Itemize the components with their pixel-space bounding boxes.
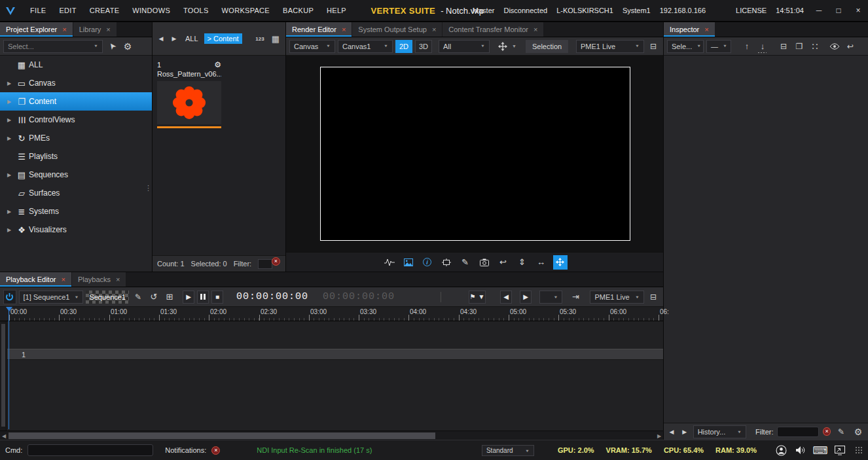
fullscreen-display-icon[interactable] (833, 444, 847, 457)
prev-cue-button[interactable]: ◀ (500, 291, 512, 304)
edit-pen-icon[interactable]: ✎ (835, 425, 848, 438)
playback-power-button[interactable] (3, 290, 16, 304)
reset-view-icon[interactable]: ↩ (496, 255, 511, 270)
tab-render-editor[interactable]: Render Editor × (286, 22, 352, 37)
menu-create[interactable]: CREATE (83, 7, 126, 14)
tree-item-controlviews[interactable]: ▶ ☰ ControlViews (0, 111, 152, 129)
history-dropdown[interactable]: History... ▼ (693, 425, 746, 438)
clear-inspector-filter-icon[interactable]: × (823, 427, 831, 436)
menu-edit[interactable]: EDIT (52, 7, 82, 14)
menu-backup[interactable]: BACKUP (276, 7, 320, 14)
close-icon[interactable]: × (342, 26, 346, 33)
tree-item-surfaces[interactable]: ▱ Surfaces (0, 184, 152, 202)
pan-view-icon[interactable] (553, 255, 568, 270)
scroll-left-icon[interactable]: ◀ (0, 431, 8, 440)
content-item[interactable]: 1 ⚙ Ross_Pattern_v06... (157, 60, 221, 128)
track-row[interactable]: 1 (7, 349, 663, 360)
history-forward-button[interactable]: ▶ (680, 429, 689, 435)
goto-time-icon[interactable]: ⇥ (569, 291, 582, 304)
tree-item-visualizers[interactable]: ▶ ❖ Visualizers (0, 221, 152, 239)
chevron-right-icon[interactable]: ▶ (4, 209, 14, 215)
stop-button[interactable]: ■ (211, 291, 223, 304)
chevron-down-icon[interactable]: ▼ (512, 44, 516, 48)
reset-time-icon[interactable]: ↺ (147, 291, 160, 304)
close-icon[interactable]: × (62, 26, 66, 33)
rename-sequence-icon[interactable]: ✎ (132, 291, 145, 304)
license-button[interactable]: LICENSE (736, 7, 767, 14)
fit-vertical-icon[interactable]: ⇕ (515, 255, 530, 270)
close-icon[interactable]: × (704, 26, 708, 33)
cue-mode-dropdown[interactable]: ▼ (539, 291, 562, 304)
resize-grip[interactable] (855, 446, 863, 454)
menu-help[interactable]: HELP (320, 7, 353, 14)
pick-cursor-icon[interactable]: ➤ (103, 37, 121, 56)
panel-splitter-handle[interactable]: ⋮ (145, 184, 151, 192)
eye-icon[interactable] (828, 40, 841, 53)
minimize-button[interactable]: ─ (814, 6, 823, 15)
mode-2d-button[interactable]: 2D (395, 40, 412, 53)
show-content-icon[interactable] (401, 255, 416, 270)
fit-horizontal-icon[interactable]: ↔ (534, 255, 549, 270)
chevron-right-icon[interactable]: ▶ (4, 227, 14, 233)
move-up-icon[interactable]: ↑ (740, 40, 753, 53)
chevron-right-icon[interactable]: ▶ (4, 172, 14, 178)
tree-item-pmes[interactable]: ▶ ↻ PMEs (0, 129, 152, 147)
inspector-filter-dropdown[interactable]: — ▼ (706, 40, 731, 53)
clear-notifications-icon[interactable]: × (211, 446, 220, 455)
playback-pme-dropdown[interactable]: PME1 Live ▼ (590, 291, 644, 304)
render-canvas[interactable] (320, 67, 630, 241)
pin-playback-icon[interactable]: ⊟ (647, 291, 660, 304)
play-button[interactable]: ▶ (183, 291, 194, 304)
forward-button[interactable]: ▶ (169, 35, 179, 42)
content-item-thumbnail[interactable] (157, 81, 221, 124)
close-icon[interactable]: × (106, 26, 110, 33)
playhead[interactable] (9, 307, 9, 429)
menu-file[interactable]: FILE (24, 7, 52, 14)
keyboard-icon[interactable]: ⌨ (813, 444, 827, 457)
breadcrumb-all[interactable]: ALL (182, 33, 202, 44)
mode-3d-button[interactable]: 3D (415, 40, 432, 53)
vertical-scrollbar[interactable] (0, 321, 7, 431)
menu-workspace[interactable]: WORKSPACE (215, 7, 276, 14)
horizontal-scrollbar-thumb[interactable] (9, 433, 435, 439)
tab-playback-editor[interactable]: Playback Editor × (0, 272, 71, 287)
canvas-type-dropdown[interactable]: Canvas ▼ (289, 40, 335, 53)
tree-item-systems[interactable]: ▶ ≣ Systems (0, 202, 152, 221)
tab-library[interactable]: Library × (73, 22, 117, 37)
close-icon[interactable]: × (61, 275, 65, 283)
close-icon[interactable]: × (432, 26, 436, 33)
tree-item-all[interactable]: ▦ ALL (0, 56, 152, 74)
tab-inspector[interactable]: Inspector × (664, 22, 715, 37)
close-icon[interactable]: × (116, 275, 120, 283)
status-connection[interactable]: Disconnected (503, 7, 547, 14)
tree-item-sequences[interactable]: ▶ ▤ Sequences (0, 166, 152, 184)
info-overlay-icon[interactable]: i (420, 255, 435, 270)
back-button[interactable]: ◀ (156, 35, 166, 42)
close-icon[interactable]: × (533, 26, 537, 33)
inspector-filter-input[interactable] (777, 427, 819, 437)
revert-icon[interactable]: ↩ (844, 40, 857, 53)
float-window-icon[interactable]: ❐ (793, 40, 806, 53)
sort-numeric-icon[interactable]: 123 (253, 32, 266, 45)
tree-item-canvas[interactable]: ▶ ▭ Canvas (0, 74, 152, 92)
snapshot-camera-icon[interactable] (477, 255, 492, 270)
horizontal-scrollbar[interactable]: ◀ ▶ (0, 431, 663, 440)
content-item-gear-icon[interactable]: ⚙ (214, 60, 221, 69)
tab-project-explorer[interactable]: Project Explorer × (0, 22, 73, 37)
annotate-pen-icon[interactable]: ✎ (458, 255, 473, 270)
sequence-name-field[interactable]: Sequence1 (86, 291, 129, 304)
menu-windows[interactable]: WINDOWS (126, 7, 177, 14)
gear-icon[interactable]: ⚙ (121, 40, 134, 53)
safe-frame-icon[interactable] (439, 255, 454, 270)
audio-volume-icon[interactable] (793, 444, 808, 457)
chevron-right-icon[interactable]: ▶ (4, 80, 14, 86)
close-button[interactable]: × (854, 6, 863, 15)
next-cue-button[interactable]: ▶ (520, 291, 532, 304)
vertical-scrollbar-thumb[interactable] (1, 324, 5, 427)
chevron-right-icon[interactable]: ▶ (4, 135, 14, 141)
maximize-button[interactable]: □ (834, 6, 843, 15)
render-viewport[interactable] (286, 56, 663, 252)
apps-grid-icon[interactable]: ∷ (808, 40, 822, 53)
command-input[interactable] (27, 444, 153, 456)
chevron-right-icon[interactable]: ▶ (4, 117, 14, 123)
